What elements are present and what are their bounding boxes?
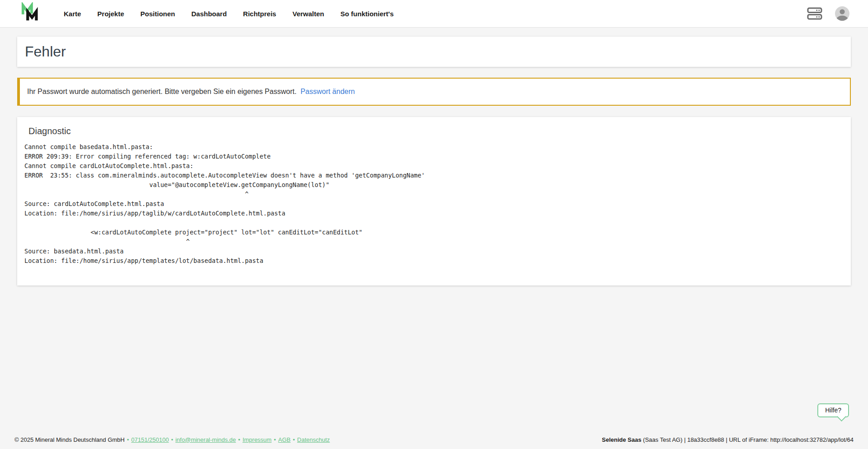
footer: © 2025 Mineral Minds Deutschland GmbH • … <box>0 430 868 449</box>
nav-item-so-funktionierts[interactable]: So funktioniert's <box>340 10 394 18</box>
footer-session-info: Selenide Saas (Saas Test AG) | 18a33ccf8… <box>602 436 854 443</box>
main-content: Fehler Ihr Passwort wurde automatisch ge… <box>0 37 868 285</box>
server-rack-icon[interactable] <box>807 7 823 20</box>
footer-left: © 2025 Mineral Minds Deutschland GmbH • … <box>14 436 330 443</box>
nav-item-projekte[interactable]: Projekte <box>97 10 124 18</box>
nav-item-positionen[interactable]: Positionen <box>141 10 175 18</box>
footer-separator: • <box>238 436 241 443</box>
top-navigation: Karte Projekte Positionen Dashboard Rich… <box>0 0 868 28</box>
nav-item-richtpreis[interactable]: Richtpreis <box>243 10 276 18</box>
nav-menu: Karte Projekte Positionen Dashboard Rich… <box>64 10 394 18</box>
footer-datenschutz-link[interactable]: Datenschutz <box>297 436 330 443</box>
footer-phone-link[interactable]: 07151/250100 <box>131 436 169 443</box>
change-password-link[interactable]: Passwort ändern <box>301 88 355 96</box>
nav-item-verwalten[interactable]: Verwalten <box>292 10 324 18</box>
diagnostic-card: Diagnostic Cannot compile basedata.html.… <box>17 117 851 285</box>
nav-right-icons <box>807 6 850 21</box>
footer-separator: • <box>293 436 295 443</box>
page-title: Fehler <box>25 43 66 60</box>
diagnostic-log-text: Cannot compile basedata.html.pasta: ERRO… <box>24 142 844 266</box>
nav-item-dashboard[interactable]: Dashboard <box>191 10 226 18</box>
page-title-card: Fehler <box>17 37 851 67</box>
nav-item-karte[interactable]: Karte <box>64 10 81 18</box>
password-notice-banner: Ihr Passwort wurde automatisch generiert… <box>17 78 851 106</box>
footer-email-link[interactable]: info@mineral-minds.de <box>175 436 236 443</box>
help-button[interactable]: Hilfe? <box>817 403 849 417</box>
footer-separator: • <box>127 436 129 443</box>
diagnostic-heading: Diagnostic <box>28 126 844 136</box>
session-details: (Saas Test AG) | 18a33ccf8e88 | URL of i… <box>643 436 854 443</box>
footer-agb-link[interactable]: AGB <box>278 436 290 443</box>
logo-m-icon <box>20 2 40 25</box>
footer-separator: • <box>171 436 173 443</box>
user-avatar-icon[interactable] <box>835 6 850 21</box>
mineral-minds-logo[interactable] <box>20 2 40 25</box>
copyright-text: © 2025 Mineral Minds Deutschland GmbH <box>14 436 125 443</box>
help-button-label: Hilfe? <box>825 407 841 414</box>
footer-impressum-link[interactable]: Impressum <box>242 436 271 443</box>
password-notice-text: Ihr Passwort wurde automatisch generiert… <box>27 88 297 96</box>
footer-separator: • <box>274 436 276 443</box>
tenant-name: Selenide Saas <box>602 436 641 443</box>
